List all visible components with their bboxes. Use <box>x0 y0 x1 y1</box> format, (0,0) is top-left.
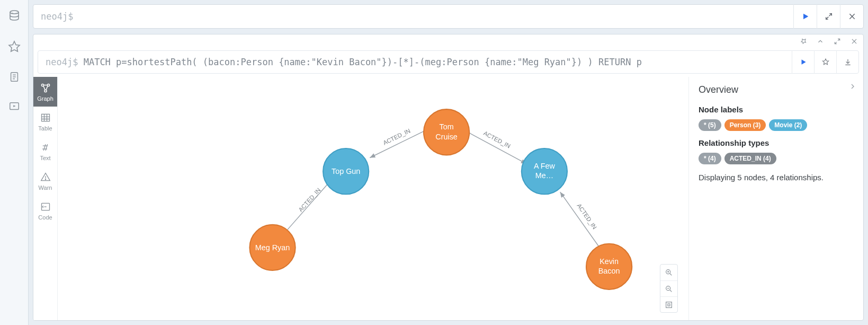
graph-svg[interactable]: ACTED_IN ACTED_IN ACTED_IN ACTED_IN <box>58 77 688 320</box>
svg-text:ACTED_IN: ACTED_IN <box>382 127 411 146</box>
svg-line-36 <box>560 192 602 250</box>
svg-point-27 <box>45 179 46 179</box>
result-body: Graph Table Text <box>33 77 863 320</box>
svg-text:ACTED_IN: ACTED_IN <box>297 187 321 213</box>
tab-code[interactable]: Code <box>33 196 57 225</box>
graph-node-movie[interactable]: A Few Me… <box>522 148 567 194</box>
svg-line-19 <box>46 85 47 90</box>
main-area: neo4j$ <box>29 0 868 325</box>
tab-text[interactable]: Text <box>33 136 57 166</box>
node-labels-row: * (5) Person (3) Movie (2) <box>699 119 854 131</box>
svg-text:ACTED_IN: ACTED_IN <box>576 203 598 231</box>
editor-prompt[interactable]: neo4j$ <box>33 11 793 22</box>
close-frame-icon[interactable] <box>851 38 858 47</box>
svg-line-56 <box>670 290 672 292</box>
relationship[interactable]: ACTED_IN <box>370 127 425 157</box>
zoom-out-button[interactable] <box>660 280 677 296</box>
expand-icon[interactable] <box>834 38 841 47</box>
svg-point-40 <box>323 148 369 194</box>
svg-line-52 <box>670 274 672 275</box>
svg-marker-1 <box>9 41 20 51</box>
relationship-types-heading: Relationship types <box>699 138 854 147</box>
relationship[interactable]: ACTED_IN <box>560 192 602 250</box>
pin-icon[interactable] <box>800 38 807 47</box>
svg-rect-58 <box>666 302 672 308</box>
text-icon <box>41 142 50 153</box>
run-query-button[interactable] <box>793 4 817 29</box>
svg-point-17 <box>44 90 46 92</box>
tab-warn[interactable]: Warn <box>33 166 57 196</box>
zoom-in-button[interactable] <box>660 265 677 280</box>
svg-marker-7 <box>13 105 16 107</box>
tab-table[interactable]: Table <box>33 107 57 136</box>
graph-canvas[interactable]: ACTED_IN ACTED_IN ACTED_IN ACTED_IN <box>58 77 688 320</box>
svg-point-42 <box>424 109 469 155</box>
relationship[interactable]: ACTED_IN <box>468 130 526 164</box>
svg-marker-8 <box>803 14 808 20</box>
fullscreen-icon[interactable] <box>817 4 840 29</box>
table-icon <box>40 112 51 124</box>
view-tabs: Graph Table Text <box>33 77 58 320</box>
svg-rect-59 <box>668 304 670 306</box>
svg-text:ACTED_IN: ACTED_IN <box>482 130 512 150</box>
graph-node-person[interactable]: Tom Cruise <box>424 109 469 155</box>
svg-point-48 <box>586 244 632 289</box>
result-frame: neo4j$ MATCH p=shortestPath( (bacon:Pers… <box>33 34 864 321</box>
download-icon[interactable] <box>836 50 858 74</box>
executed-query-row: neo4j$ MATCH p=shortestPath( (bacon:Pers… <box>38 50 859 74</box>
graph-icon <box>40 82 51 94</box>
query-re-actions <box>792 51 858 73</box>
svg-line-18 <box>43 85 44 90</box>
play-screen-icon[interactable] <box>8 101 20 115</box>
zoom-fit-button[interactable] <box>660 296 677 312</box>
close-icon[interactable] <box>840 4 863 29</box>
node-labels-heading: Node labels <box>699 105 854 114</box>
inspector-summary: Displaying 5 nodes, 4 relationships. <box>699 173 854 182</box>
graph-node-movie[interactable]: Top Gun <box>323 148 369 194</box>
graph-node-person[interactable]: Meg Ryan <box>249 225 295 270</box>
label-pill-all[interactable]: * (5) <box>699 119 721 131</box>
svg-point-0 <box>10 11 19 14</box>
svg-point-45 <box>522 148 567 194</box>
inspector-panel: Overview Node labels * (5) Person (3) Mo… <box>688 77 863 320</box>
cypher-editor[interactable]: neo4j$ <box>33 4 864 29</box>
frame-toolbar <box>33 34 863 48</box>
warn-icon <box>40 171 51 183</box>
relationship[interactable]: ACTED_IN <box>286 180 331 232</box>
inspector-title: Overview <box>699 84 854 95</box>
favorite-query-icon[interactable] <box>814 50 836 74</box>
star-icon[interactable] <box>8 40 21 55</box>
svg-marker-13 <box>801 59 806 64</box>
tab-graph[interactable]: Graph <box>33 77 57 107</box>
label-pill-movie[interactable]: Movie (2) <box>769 119 807 131</box>
chevron-right-icon[interactable] <box>848 82 857 93</box>
documents-icon[interactable] <box>8 71 20 85</box>
code-icon <box>40 201 51 213</box>
label-pill-person[interactable]: Person (3) <box>724 119 766 131</box>
collapse-icon[interactable] <box>817 38 824 47</box>
zoom-controls <box>660 264 678 313</box>
editor-controls <box>793 5 863 28</box>
rerun-button[interactable] <box>792 50 814 74</box>
rel-types-row: * (4) ACTED_IN (4) <box>699 153 854 164</box>
executed-query-text: neo4j$ MATCH p=shortestPath( (bacon:Pers… <box>38 57 792 67</box>
rel-pill-all[interactable]: * (4) <box>699 153 721 164</box>
database-icon[interactable] <box>8 10 21 24</box>
rel-pill-acted[interactable]: ACTED_IN (4) <box>724 153 776 164</box>
svg-marker-14 <box>822 59 828 65</box>
graph-node-person[interactable]: Kevin Bacon <box>586 244 632 289</box>
app-rail <box>0 0 29 325</box>
svg-line-30 <box>286 180 331 232</box>
svg-point-38 <box>249 225 295 270</box>
svg-rect-21 <box>41 114 49 121</box>
